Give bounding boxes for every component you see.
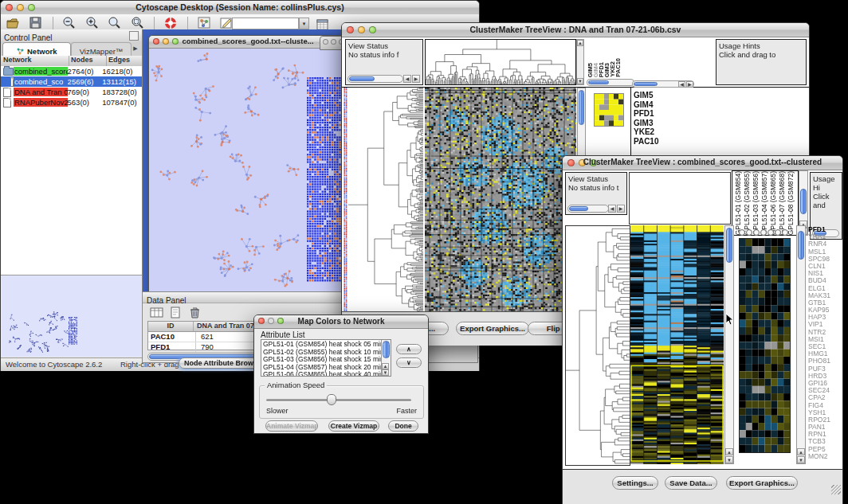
column-flip-icon[interactable]	[746, 229, 752, 236]
gene-label[interactable]: PAC10	[634, 137, 681, 147]
tab-network[interactable]: Network	[2, 42, 71, 56]
search-input[interactable]	[232, 18, 299, 29]
animate-vizmap-button[interactable]: Animate Vizmap	[265, 420, 318, 432]
table-col-id[interactable]: ID	[148, 322, 194, 331]
network-canvas[interactable]	[149, 49, 345, 291]
float-panel-icon[interactable]	[129, 31, 139, 41]
tv2-genes-vscrollbar[interactable]: ▲ ▼	[796, 225, 806, 464]
control-panel: Control Panel Network VizMapper™ ▶ Netwo…	[1, 29, 143, 357]
view-status-hscrollbar[interactable]	[567, 205, 609, 213]
vscroll-thumb[interactable]	[383, 341, 390, 358]
close-icon[interactable]	[323, 39, 328, 45]
move-down-button[interactable]: ∨	[396, 357, 422, 368]
tv1-summary-matrix[interactable]	[594, 93, 624, 127]
tv2-heatmap-vscrollbar[interactable]: ▲ ▼	[724, 225, 734, 464]
col-edges[interactable]: Edges	[107, 56, 142, 66]
node-attribute-browser-tab[interactable]: Node Attribute Brows	[179, 357, 263, 369]
listbox-vscrollbar[interactable]: ▲ ▼	[381, 340, 391, 376]
settings-button[interactable]: Settings...	[612, 476, 658, 490]
network-row[interactable]: DNA and Tran 07769(0)183728(0)	[1, 87, 142, 97]
birdseye-view[interactable]	[2, 275, 141, 357]
scroll-right-icon[interactable]: ▶	[412, 75, 420, 83]
tv2-column-buttons[interactable]	[739, 229, 791, 236]
hscroll-thumb[interactable]	[634, 82, 658, 86]
delete-attribute-icon[interactable]	[187, 307, 203, 321]
create-vizmap-button[interactable]: Create Vizmap	[328, 420, 379, 432]
zoom-selected-icon[interactable]	[107, 16, 123, 30]
tab-overflow-button[interactable]: ▶	[131, 44, 140, 53]
dialog-titlebar[interactable]: Map Colors to Network	[254, 315, 428, 329]
attribute-listbox[interactable]: GPL51-01 (GSM854) heat shock 05 minGPL51…	[261, 339, 391, 377]
tab-vizmapper[interactable]: VizMapper™	[71, 42, 132, 56]
gene-label[interactable]: YKE2	[634, 127, 681, 137]
tv2-column-labels: GPL51-01 (GSM854)GPL51-02 (GSM855)GPL51-…	[732, 170, 799, 236]
vscroll-thumb[interactable]	[726, 228, 732, 263]
vscroll-thumb[interactable]	[798, 231, 804, 260]
network-row[interactable]: combined_scores2764(0)16218(0)	[1, 66, 142, 76]
export-graphics-button[interactable]: Export Graphics...	[726, 476, 798, 490]
scroll-left-icon[interactable]: ◀	[608, 205, 616, 213]
export-graphics-button[interactable]: Export Graphics...	[456, 322, 529, 335]
column-flip-icon[interactable]	[768, 229, 774, 236]
vscroll-thumb[interactable]	[800, 189, 807, 214]
treeview1-title: ClusterMaker TreeView : DNA and Tran 07-…	[342, 25, 809, 34]
hscroll-thumb[interactable]	[569, 206, 588, 211]
tv1-row-dendrogram[interactable]	[348, 88, 423, 312]
gene-label[interactable]: GIM3	[634, 119, 681, 128]
col-nodes[interactable]: Nodes	[69, 56, 107, 66]
zoom-out-icon[interactable]	[61, 16, 77, 30]
attribute-select-icon[interactable]	[149, 307, 165, 321]
column-dendrogram-canvas[interactable]	[426, 40, 575, 84]
open-folder-icon[interactable]	[6, 16, 22, 30]
tv2-column-dendrogram-area[interactable]	[629, 172, 731, 225]
zoom-in-icon[interactable]	[84, 16, 100, 30]
zoom-fit-icon[interactable]	[130, 16, 146, 30]
gene-label[interactable]: GIM4	[634, 100, 681, 110]
tv1-genes-hscrollbar[interactable]: ◀ ▶	[632, 80, 694, 88]
resize-grip[interactable]	[831, 485, 841, 494]
tv1-gene-list[interactable]: GIM5GIM4PFD1GIM3YKE2PAC10	[634, 91, 681, 146]
birdseye-canvas[interactable]	[2, 275, 141, 357]
save-data-button[interactable]: Save Data...	[665, 476, 717, 490]
hscroll-thumb[interactable]	[349, 76, 375, 81]
speed-slider-thumb[interactable]	[327, 394, 336, 405]
tv2-row-dendrogram[interactable]	[565, 225, 630, 466]
gene-label[interactable]: MON2	[808, 453, 842, 460]
hscroll-thumb[interactable]	[588, 80, 609, 84]
tv1-labels-hscrollbar[interactable]	[587, 79, 634, 86]
column-flip-icon[interactable]	[753, 229, 760, 236]
col-network[interactable]: Network	[1, 56, 69, 66]
tv2-heatmap[interactable]	[630, 225, 724, 464]
gene-label[interactable]: GIM5	[634, 91, 681, 100]
column-flip-icon[interactable]	[775, 229, 781, 236]
tv2-zoom-heatmap[interactable]	[739, 238, 791, 453]
save-icon[interactable]	[28, 16, 44, 30]
gene-label[interactable]: PFD1	[634, 109, 681, 119]
speed-slider-track[interactable]	[266, 399, 411, 401]
scroll-left-icon[interactable]: ◀	[403, 75, 411, 83]
main-titlebar[interactable]: Cytoscape Desktop (Session Name: collins…	[1, 1, 479, 15]
help-lifering-icon[interactable]	[163, 16, 179, 30]
scroll-right-icon[interactable]: ▶	[617, 205, 625, 213]
attribute-item[interactable]: GPL51-06 (GSM865) heat shock 40 min	[261, 371, 381, 377]
column-flip-icon[interactable]	[739, 229, 745, 236]
tv1-mini-vscrollbar[interactable]: ▲ ▼	[576, 39, 584, 85]
tv1-heatmap[interactable]	[425, 88, 576, 312]
column-flip-icon[interactable]	[760, 229, 767, 236]
minimize-icon[interactable]	[331, 39, 336, 45]
done-button[interactable]: Done	[388, 420, 418, 432]
network-view-titlebar[interactable]: combined_scores_good.txt--cluste...	[149, 36, 347, 49]
view-status-hscrollbar[interactable]	[347, 75, 403, 83]
search-dropdown-icon[interactable]: ▾	[299, 18, 309, 29]
new-attribute-icon[interactable]	[168, 307, 184, 321]
network-row[interactable]: RNAPuberNov2+!563(0)107847(0)	[1, 97, 142, 107]
treeview1-titlebar[interactable]: ClusterMaker TreeView : DNA and Tran 07-…	[342, 23, 809, 37]
network-row[interactable]: combined_sco2569(6)13112(15)	[1, 76, 142, 87]
tv1-column-dendrogram[interactable]	[425, 39, 576, 85]
treeview2-titlebar[interactable]: ClusterMaker TreeView : combined_scores_…	[563, 156, 842, 170]
node-appearance-icon[interactable]	[197, 16, 213, 30]
vscroll-thumb[interactable]	[579, 90, 584, 125]
move-up-button[interactable]: ∧	[396, 344, 422, 354]
column-flip-icon[interactable]	[782, 229, 788, 236]
tv2-gene-list[interactable]: PFD1YRA1RNR4MSL1SPC98CLN1NIS1BUD4ELG1MAK…	[808, 226, 842, 462]
